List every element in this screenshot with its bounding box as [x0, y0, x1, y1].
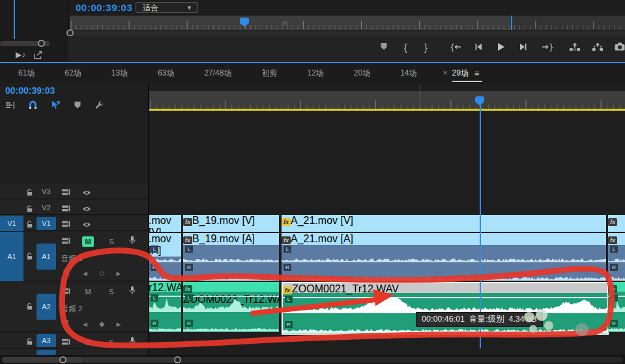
tab-63场[interactable]: 63场	[158, 68, 174, 79]
tab-初剪[interactable]: 初剪	[261, 68, 277, 79]
source-scrollbar[interactable]	[70, 31, 625, 36]
tab-61场[interactable]: 61场	[18, 68, 35, 79]
fx-badge[interactable]: fx	[282, 236, 291, 244]
lock-icon[interactable]	[26, 251, 33, 263]
tab-20场[interactable]: 20场	[354, 68, 370, 79]
export-frame-button[interactable]	[615, 42, 625, 53]
add-marker-button[interactable]	[74, 100, 81, 112]
timeline-settings-button[interactable]	[94, 100, 104, 113]
tab-active[interactable]: ×29场≡	[443, 63, 480, 83]
mute-button-A3[interactable]: M	[82, 337, 94, 348]
audio-clip-a1[interactable]: fxA_21.mov [A]LR	[282, 233, 606, 281]
lift-button[interactable]	[569, 42, 581, 53]
sync-lock-icon[interactable]	[61, 219, 70, 231]
tab-14场[interactable]: 14场	[400, 68, 416, 79]
prev-keyframe-button[interactable]: ◀	[83, 270, 87, 277]
fx-badge[interactable]: fx	[608, 236, 617, 244]
play-button[interactable]	[497, 42, 505, 53]
track-select-V1[interactable]: V1	[36, 217, 56, 230]
add-marker-button[interactable]	[380, 42, 388, 53]
sync-lock-icon[interactable]	[61, 236, 70, 247]
track-select-A3[interactable]: A3	[36, 334, 56, 347]
keyframe-type-icon[interactable]	[63, 319, 71, 329]
export-icon[interactable]	[34, 50, 42, 62]
scrollbar-handle-left[interactable]	[59, 356, 66, 363]
fx-badge[interactable]: fx	[183, 285, 192, 293]
add-keyframe-button[interactable]: ◆	[99, 320, 104, 328]
lock-icon[interactable]	[26, 301, 33, 313]
lock-icon[interactable]	[26, 188, 33, 199]
mute-button-A1[interactable]: M	[82, 236, 94, 247]
source-patch-A1[interactable]: A1	[0, 232, 23, 281]
snap-toggle[interactable]	[28, 100, 38, 112]
track-height-scrollbar[interactable]	[2, 357, 83, 363]
step-back-button[interactable]	[474, 42, 483, 53]
tab-27/48场[interactable]: 27/48场	[204, 68, 231, 79]
next-keyframe-button[interactable]: ▶	[116, 321, 121, 328]
solo-button-A3[interactable]: S	[106, 337, 117, 348]
tab-close-icon[interactable]: ×	[443, 68, 448, 77]
step-forward-button[interactable]	[519, 42, 527, 53]
solo-button-A2[interactable]: S	[106, 287, 117, 297]
tab-13场[interactable]: 13场	[111, 68, 128, 79]
timeline-clips-area[interactable]: .mov [V]fxB_19.mov [V]fxA_21.mov [V]fx.m…	[149, 83, 625, 364]
next-keyframe-button[interactable]: ▶	[116, 270, 121, 277]
source-mini-ruler[interactable]: |||	[70, 16, 625, 30]
mark-out-button[interactable]: }	[424, 42, 428, 53]
voiceover-record-icon[interactable]	[129, 337, 136, 348]
fx-badge[interactable]: fx	[283, 287, 292, 294]
horizontal-scrollbar-thumb[interactable]	[83, 357, 181, 363]
track-select-A1[interactable]: A1	[36, 244, 56, 270]
nest-insert-toggle[interactable]	[5, 100, 15, 112]
lock-icon[interactable]	[26, 204, 33, 216]
keyframe-type-icon[interactable]	[63, 268, 71, 278]
audio-clip-a2[interactable]: fxLR	[608, 282, 625, 332]
video-clip[interactable]: fxA_21.mov [V]	[282, 215, 606, 232]
add-keyframe-button[interactable]: ◇	[99, 269, 104, 277]
go-to-out-button[interactable]: }	[542, 42, 553, 53]
track-select-V2[interactable]: V2	[36, 201, 56, 214]
sync-lock-icon[interactable]	[61, 286, 70, 298]
toggle-track-output-icon[interactable]	[82, 187, 91, 199]
sync-lock-icon[interactable]	[61, 187, 70, 199]
video-clip[interactable]: fx	[608, 215, 625, 232]
scrollbar-handle-right[interactable]	[174, 356, 181, 363]
fx-badge[interactable]: fx	[282, 218, 291, 226]
audio-clip-a1[interactable]: .mov [A]LR	[149, 233, 181, 281]
fx-badge[interactable]: fx	[608, 285, 617, 293]
tab-62场[interactable]: 62场	[65, 68, 81, 79]
fx-badge[interactable]: fx	[183, 218, 192, 226]
go-to-in-button[interactable]: {	[450, 42, 461, 53]
video-clip[interactable]: fxB_19.mov [V]	[183, 215, 279, 232]
voiceover-record-icon[interactable]	[129, 286, 136, 298]
audio-clip-a1[interactable]: fxB_19.mov [A]LR	[183, 233, 279, 281]
tab-12场[interactable]: 12场	[307, 68, 323, 79]
monitor-zoom-handle[interactable]	[38, 40, 45, 47]
track-select-V3[interactable]: V3	[36, 185, 56, 198]
lock-icon[interactable]	[26, 219, 33, 231]
lock-icon[interactable]	[26, 337, 33, 348]
mute-button-A2[interactable]: M	[82, 287, 94, 297]
panel-menu-icon[interactable]: ≡	[474, 68, 480, 78]
track-select-A2[interactable]: A2	[36, 294, 56, 320]
fx-badge[interactable]: fx	[608, 218, 617, 226]
audio-clip-a2[interactable]: r12.WAVLR	[149, 282, 181, 332]
sync-lock-icon[interactable]	[61, 203, 70, 215]
toggle-track-output-icon[interactable]	[82, 203, 91, 215]
sync-lock-icon[interactable]	[61, 337, 70, 348]
solo-button-A1[interactable]: S	[106, 236, 117, 247]
timeline-playhead-line[interactable]	[480, 100, 481, 348]
source-patch-V1[interactable]: V1	[0, 216, 23, 231]
video-clip[interactable]: .mov [V]	[149, 215, 181, 232]
fx-badge[interactable]: fx	[183, 236, 192, 244]
audio-clip-a1[interactable]: fxLR	[608, 233, 625, 281]
toggle-track-output-icon[interactable]	[82, 219, 91, 231]
linked-selection-toggle[interactable]	[51, 100, 61, 112]
play-audio-icon[interactable]: ▶♪	[16, 50, 25, 59]
zoom-level-select[interactable]: 适合 ▼	[136, 2, 198, 13]
extract-button[interactable]	[592, 42, 603, 53]
voiceover-record-icon[interactable]	[129, 236, 136, 247]
prev-keyframe-button[interactable]: ◀	[83, 321, 87, 328]
mark-in-button[interactable]: {	[404, 42, 407, 53]
audio-clip-a2[interactable]: fxZOOM0023_Tr12.WAVLR	[183, 282, 279, 332]
